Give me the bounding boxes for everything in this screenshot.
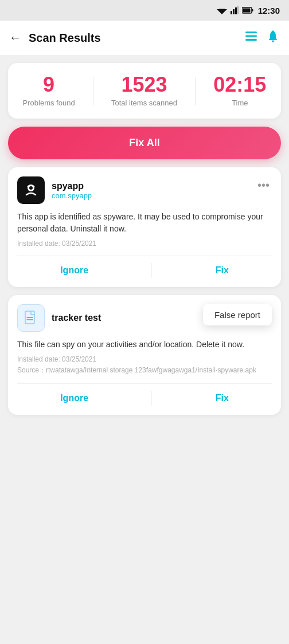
svg-rect-11 [245, 39, 257, 41]
page-title: Scan Results [29, 32, 237, 45]
spyapp-actions: Ignore Fix [17, 256, 272, 278]
spyapp-title-group: spyapp com.spyapp [52, 181, 248, 200]
top-bar: ← Scan Results [0, 21, 289, 55]
spyapp-more-button[interactable]: ••• [255, 176, 272, 194]
tracker-source: Source：rtwatatawga/Internal storage 123f… [17, 366, 272, 375]
spyapp-icon [17, 176, 45, 204]
svg-rect-5 [237, 6, 239, 14]
spyapp-name: spyapp [52, 181, 248, 191]
signal-icon [231, 6, 239, 14]
svg-rect-9 [245, 32, 257, 33]
problem-card-tracker: tracker test ••• False report This file … [8, 295, 281, 415]
tracker-description: This file can spy on your activities and… [17, 339, 272, 351]
list-icon[interactable] [244, 30, 258, 45]
svg-point-14 [29, 186, 33, 190]
spyapp-description: This app is identified as spyware. It ma… [17, 211, 272, 235]
tracker-file-icon [17, 304, 45, 332]
time-item: 02:15 Time [213, 74, 266, 107]
scanned-count: 1523 [121, 74, 167, 95]
problems-count: 9 [43, 74, 54, 95]
fix-all-button[interactable]: Fix All [8, 127, 281, 159]
status-icons [217, 6, 253, 14]
status-time: 12:30 [258, 6, 280, 15]
tracker-dropdown-menu: False report [203, 304, 272, 325]
tracker-actions: Ignore Fix [17, 383, 272, 406]
wifi-icon [217, 6, 227, 14]
svg-rect-10 [245, 36, 257, 37]
svg-rect-4 [235, 7, 237, 14]
bell-icon[interactable] [266, 29, 280, 46]
spyapp-fix-button[interactable]: Fix [193, 263, 252, 278]
back-button[interactable]: ← [9, 30, 22, 45]
spyapp-ignore-button[interactable]: Ignore [37, 263, 111, 278]
top-icons [244, 29, 280, 46]
status-bar: 12:30 [0, 0, 289, 21]
content-area: 9 Problems found 1523 Total items scanne… [0, 55, 289, 423]
svg-rect-7 [252, 9, 253, 11]
battery-icon [242, 7, 253, 14]
svg-point-12 [272, 40, 274, 42]
spyapp-package: com.spyapp [52, 191, 248, 200]
divider-1 [93, 77, 93, 105]
actions-divider [151, 263, 152, 278]
time-label: Time [232, 99, 248, 107]
spyapp-installed-date: Installed date: 03/25/2021 [17, 239, 272, 248]
tracker-installed-date: Installed date: 03/25/2021 [17, 355, 272, 363]
tracker-ignore-button[interactable]: Ignore [37, 391, 111, 406]
card-header-spyapp: spyapp com.spyapp ••• [17, 176, 272, 204]
svg-rect-8 [243, 9, 250, 13]
scanned-label: Total items scanned [111, 99, 177, 107]
problem-card-spyapp: spyapp com.spyapp ••• This app is identi… [8, 167, 281, 287]
problems-label: Problems found [23, 99, 75, 107]
tracker-actions-divider [151, 391, 152, 406]
svg-rect-2 [231, 11, 232, 14]
scanned-item: 1523 Total items scanned [111, 74, 177, 107]
summary-card: 9 Problems found 1523 Total items scanne… [8, 63, 281, 119]
divider-2 [195, 77, 196, 105]
tracker-fix-button[interactable]: Fix [193, 391, 252, 406]
false-report-option[interactable]: False report [214, 310, 260, 320]
time-value: 02:15 [213, 74, 266, 95]
svg-rect-3 [233, 9, 235, 14]
problems-found-item: 9 Problems found [23, 74, 75, 107]
